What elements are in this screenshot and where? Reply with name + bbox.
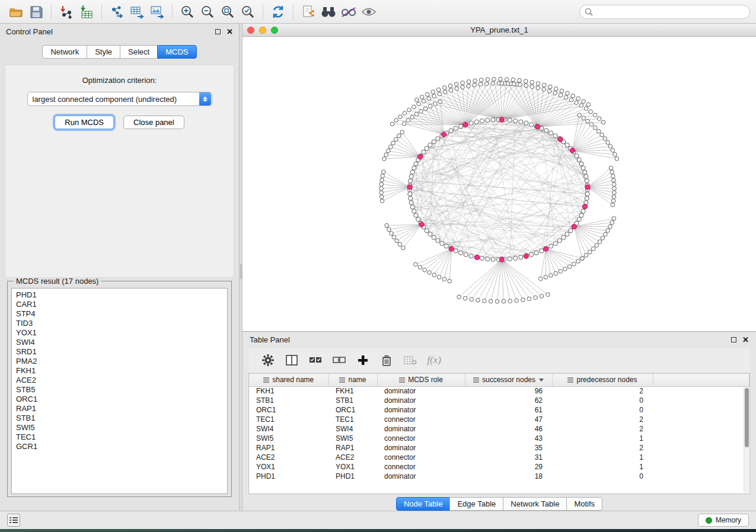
mcds-node-item[interactable]: PMA2 [16, 357, 223, 366]
show-hide-button[interactable] [359, 2, 379, 21]
export-network-button[interactable] [107, 2, 127, 21]
tab-network-table[interactable]: Network Table [503, 497, 567, 511]
table-row[interactable]: ORC1ORC1dominator610 [249, 405, 749, 415]
sort-icon [399, 377, 405, 383]
tab-network[interactable]: Network [42, 45, 87, 59]
open-file-button[interactable] [6, 2, 26, 21]
mcds-node-item[interactable]: SWI5 [16, 423, 223, 432]
mcds-node-item[interactable]: ORC1 [16, 395, 223, 404]
close-panel-icon[interactable]: ✕ [227, 29, 233, 34]
table-row[interactable]: RAP1RAP1dominator352 [249, 443, 749, 453]
mcds-node-item[interactable]: PHD1 [16, 290, 223, 300]
search-field[interactable] [579, 5, 750, 19]
close-table-panel-icon[interactable]: ✕ [742, 337, 749, 342]
import-network-icon [59, 5, 74, 19]
task-history-button[interactable] [7, 514, 20, 527]
table-row[interactable]: SWI5SWI5connector431 [249, 434, 749, 443]
minimize-window-icon[interactable] [259, 27, 266, 34]
zoom-selected-icon [241, 5, 255, 19]
mcds-node-item[interactable]: RAP1 [16, 404, 223, 414]
network-graph[interactable] [243, 37, 755, 331]
save-session-button[interactable] [26, 2, 46, 21]
deselect-all-button[interactable] [330, 351, 348, 369]
export-table-button[interactable] [127, 2, 147, 21]
mcds-node-item[interactable]: TID3 [16, 319, 223, 328]
main-toolbar [0, 0, 756, 24]
apply-layout-button[interactable] [268, 2, 288, 21]
search-input[interactable] [596, 8, 745, 16]
zoom-selected-button[interactable] [238, 2, 258, 21]
table-row[interactable]: FKH1FKH1dominator962 [249, 386, 749, 396]
tab-style[interactable]: Style [87, 45, 120, 59]
table-cell: PHD1 [328, 472, 377, 481]
table-row[interactable]: STB1STB1dominator620 [249, 396, 749, 405]
memory-status-icon [706, 517, 712, 524]
mcds-node-item[interactable]: STB5 [16, 385, 223, 395]
share-document-button[interactable] [298, 2, 318, 21]
tab-edge-table[interactable]: Edge Table [449, 497, 503, 511]
mcds-node-item[interactable]: FKH1 [16, 366, 223, 376]
clear-table-button[interactable] [401, 351, 419, 369]
table-scrollbar[interactable] [744, 387, 749, 493]
zoom-in-button[interactable] [177, 2, 197, 21]
tab-motifs[interactable]: Motifs [566, 497, 602, 511]
scrollbar-thumb[interactable] [745, 388, 749, 447]
table-cell-filler [653, 386, 749, 396]
mcds-result-list[interactable]: PHD1CAR1STP4TID3YOX1SWI4SRD1PMA2FKH1ACE2… [11, 288, 228, 494]
mcds-node-item[interactable]: ACE2 [16, 376, 223, 385]
criterion-dropdown[interactable]: largest connected component (undirected) [27, 92, 212, 106]
toggle-details-button[interactable] [339, 2, 359, 21]
show-columns-button[interactable] [283, 351, 301, 369]
tab-select[interactable]: Select [120, 45, 158, 59]
table-cell: YOX1 [328, 462, 377, 472]
table-row[interactable]: TEC1TEC1connector472 [249, 415, 749, 424]
column-header-name[interactable]: name [328, 374, 377, 386]
column-header-successor-nodes[interactable]: successor nodes [465, 374, 552, 386]
table-cell: SWI5 [249, 434, 328, 443]
memory-button[interactable]: Memory [698, 514, 749, 527]
select-all-button[interactable] [307, 351, 324, 369]
close-window-icon[interactable] [247, 27, 254, 34]
mcds-node-item[interactable]: GCR1 [16, 442, 223, 451]
column-header-shared-name[interactable]: shared name [249, 374, 328, 386]
maximize-window-icon[interactable] [271, 27, 278, 34]
mcds-node-item[interactable]: TEC1 [16, 432, 223, 442]
table-settings-button[interactable] [259, 351, 277, 369]
control-panel-titlebar: Control Panel ✕ [0, 24, 239, 39]
tab-node-table[interactable]: Node Table [396, 497, 451, 511]
mcds-node-item[interactable]: SWI4 [16, 338, 223, 347]
table-cell: 18 [465, 472, 552, 481]
float-table-panel-icon[interactable] [731, 337, 736, 342]
table-row[interactable]: ACE2ACE2connector311 [249, 453, 749, 462]
mcds-node-item[interactable]: CAR1 [16, 300, 223, 309]
add-column-button[interactable] [354, 351, 372, 369]
run-mcds-button[interactable]: Run MCDS [55, 116, 114, 129]
mcds-node-item[interactable]: STB1 [16, 414, 223, 423]
zoom-fit-button[interactable] [218, 2, 238, 21]
refresh-icon [271, 5, 285, 19]
splitter-grip-icon[interactable] [240, 264, 242, 279]
gear-icon [262, 354, 274, 366]
network-window-titlebar[interactable]: YPA_prune.txt_1 [243, 24, 756, 37]
network-view[interactable] [243, 37, 756, 331]
function-builder-button[interactable]: f(x) [425, 351, 443, 369]
tab-mcds[interactable]: MCDS [157, 45, 196, 59]
mcds-node-item[interactable]: SRD1 [16, 347, 223, 357]
delete-column-button[interactable] [378, 351, 395, 369]
import-table-button[interactable] [76, 2, 97, 21]
float-panel-icon[interactable] [215, 29, 221, 34]
column-header-predecessor-nodes[interactable]: predecessor nodes [552, 374, 653, 386]
table-row[interactable]: YOX1YOX1connector291 [249, 462, 749, 472]
table-row[interactable]: SWI4SWI4dominator462 [249, 424, 749, 434]
column-header-mcds-role[interactable]: MCDS role [377, 374, 465, 386]
close-panel-button[interactable]: Close panel [123, 116, 184, 129]
export-image-button[interactable] [147, 2, 167, 21]
mcds-node-item[interactable]: STP4 [16, 309, 223, 319]
zoom-out-button[interactable] [197, 2, 218, 21]
import-network-button[interactable] [56, 2, 76, 21]
right-area: YPA_prune.txt_1 Table Panel ✕ [243, 24, 756, 511]
table-cell: RAP1 [249, 443, 328, 453]
table-row[interactable]: PHD1PHD1dominator180 [249, 472, 749, 481]
find-button[interactable] [318, 2, 339, 21]
mcds-node-item[interactable]: YOX1 [16, 328, 223, 338]
